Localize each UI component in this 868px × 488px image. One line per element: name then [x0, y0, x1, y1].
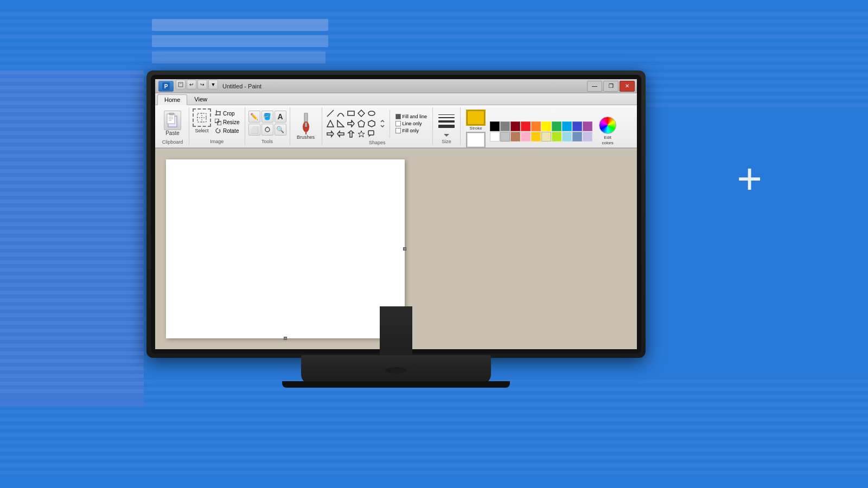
size-2px[interactable]	[438, 117, 455, 118]
color-lime[interactable]	[552, 132, 561, 142]
size-1px[interactable]	[438, 114, 455, 115]
rect-shape[interactable]	[346, 108, 356, 118]
curve-shape[interactable]	[336, 108, 346, 118]
color-red[interactable]	[521, 121, 531, 131]
size-section: Size	[433, 107, 461, 145]
pentagon-shape[interactable]	[356, 119, 366, 129]
quick-save-button[interactable]	[176, 80, 186, 89]
fill-and-line-option[interactable]: Fill and line	[395, 114, 427, 119]
color-black[interactable]	[490, 121, 500, 131]
brushes-label: Brushes	[297, 134, 315, 140]
magnifier-tool[interactable]: 🔍	[275, 124, 286, 136]
fill-and-line-check	[395, 114, 401, 119]
color-yellow[interactable]	[541, 121, 551, 131]
size-dropdown-arrow[interactable]	[444, 134, 449, 137]
edit-colors-button[interactable]: Editcolors	[597, 115, 618, 146]
color-darkred[interactable]	[510, 121, 520, 131]
ribbon-tab-bar: Home View	[155, 93, 637, 105]
tab-home[interactable]: Home	[157, 94, 187, 105]
svg-text:P: P	[164, 84, 168, 89]
color-gold[interactable]	[531, 132, 541, 142]
color-cream[interactable]	[541, 132, 551, 142]
color-orange[interactable]	[531, 121, 541, 131]
svg-marker-28	[358, 110, 365, 117]
line-shape[interactable]	[326, 108, 335, 118]
color-lightgray[interactable]	[500, 132, 510, 142]
canvas-resize-handle-mr[interactable]	[403, 247, 406, 251]
color-green[interactable]	[552, 121, 561, 131]
canvas-resize-handle-bm[interactable]	[284, 337, 287, 340]
fill-only-check	[395, 128, 401, 133]
paste-icon	[164, 111, 181, 130]
color-pink[interactable]	[521, 132, 531, 142]
svg-rect-17	[215, 119, 219, 123]
hexagon-shape[interactable]	[367, 119, 376, 129]
image-label: Image	[210, 138, 224, 144]
color-picker-tool[interactable]	[261, 124, 273, 136]
maximize-button[interactable]: ❐	[603, 81, 618, 92]
quick-undo-button[interactable]: ↩	[187, 80, 196, 89]
window-controls: — ❐ ✕	[587, 81, 635, 92]
star-shape[interactable]	[356, 129, 366, 139]
drawing-canvas[interactable]	[166, 159, 405, 338]
svg-rect-39	[368, 131, 374, 135]
left-arrow-shape[interactable]	[336, 129, 346, 139]
quick-access-dropdown[interactable]: ▼	[208, 80, 218, 89]
color-lavender[interactable]	[583, 132, 592, 142]
line-only-label: Line only	[403, 121, 422, 126]
fill-only-option[interactable]: Fill only	[395, 128, 427, 133]
color-steelblue[interactable]	[572, 132, 582, 142]
right-arrow-shape[interactable]	[326, 129, 335, 139]
resize-button[interactable]: Resize	[213, 118, 241, 126]
svg-marker-30	[327, 120, 334, 127]
color-lightblue[interactable]	[562, 132, 572, 142]
stroke-color-button[interactable]: Stroke	[466, 110, 486, 131]
ellipse-shape[interactable]	[367, 108, 376, 118]
color-blue[interactable]	[572, 121, 582, 131]
size-4px[interactable]	[438, 120, 455, 123]
tools-grid: ✏️ 🪣 A ⬜	[248, 111, 286, 136]
select-tool-icon[interactable]	[193, 108, 211, 127]
close-button[interactable]: ✕	[620, 81, 635, 92]
up-arrow-shape[interactable]	[346, 129, 356, 139]
monitor-base	[301, 355, 491, 385]
triangle-shape[interactable]	[326, 119, 335, 129]
ribbon: Paste Clipboard	[155, 105, 637, 149]
color-cyan[interactable]	[562, 121, 572, 131]
callout-shape[interactable]	[367, 129, 376, 139]
svg-rect-6	[169, 113, 174, 115]
color-brown[interactable]	[510, 132, 520, 142]
svg-rect-16	[220, 111, 221, 115]
pencil-tool[interactable]: ✏️	[248, 111, 260, 123]
monitor-neck	[380, 306, 412, 361]
color-white[interactable]	[490, 132, 500, 142]
color-gray[interactable]	[500, 121, 510, 131]
arrow-shape[interactable]	[346, 119, 356, 129]
tab-view[interactable]: View	[187, 94, 214, 105]
brushes-button[interactable]: Brushes	[293, 113, 318, 140]
eraser-tool[interactable]: ⬜	[248, 124, 260, 136]
paint-menu-button[interactable]: P	[158, 81, 174, 92]
crop-button[interactable]: Crop	[213, 110, 241, 117]
shapes-expand-button[interactable]	[379, 119, 386, 129]
shapes-section: Fill and line Line only Fill only	[322, 107, 433, 145]
quick-redo-button[interactable]: ↪	[197, 80, 207, 89]
size-6px[interactable]	[438, 125, 455, 128]
right-triangle-shape[interactable]	[336, 119, 346, 129]
title-bar: P ↩ ↪ ▼ Untitled - Paint — ❐	[155, 79, 637, 93]
diamond-shape[interactable]	[356, 108, 366, 118]
text-tool[interactable]: A	[275, 111, 286, 123]
window-title: Untitled - Paint	[222, 83, 587, 89]
svg-point-29	[368, 111, 375, 115]
fill-tool[interactable]: 🪣	[261, 111, 273, 123]
color-purple[interactable]	[583, 121, 592, 131]
size-options[interactable]	[438, 110, 455, 132]
size-label: Size	[442, 138, 451, 144]
clipboard-label: Clipboard	[162, 138, 183, 145]
minimize-button[interactable]: —	[587, 81, 602, 92]
line-only-option[interactable]: Line only	[395, 121, 427, 126]
monitor-base-bottom	[282, 381, 510, 388]
rotate-button[interactable]: Rotate	[213, 127, 241, 134]
fill-only-label: Fill only	[403, 128, 419, 133]
paste-button[interactable]: Paste	[159, 108, 186, 138]
